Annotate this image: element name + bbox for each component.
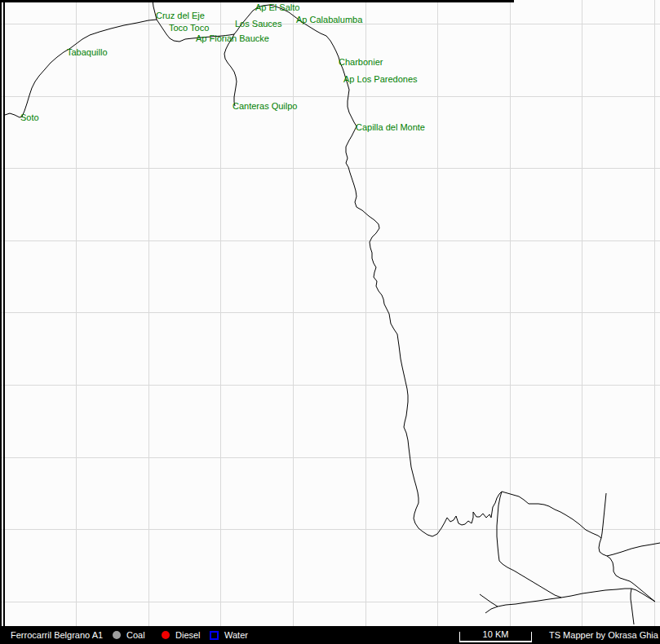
coal-icon bbox=[113, 631, 121, 639]
rail-line-quilpo-branch bbox=[224, 34, 237, 106]
rail-line-east-exit bbox=[607, 543, 660, 556]
station-label: Ap El Salto bbox=[255, 2, 299, 12]
rail-line-south-tail bbox=[631, 589, 634, 624]
legend-diesel: Diesel bbox=[162, 626, 201, 644]
station-label: Los Sauces bbox=[235, 19, 282, 29]
railway-map-svg: Cruz del EjeAp El SaltoToco TocoLos Sauc… bbox=[0, 0, 660, 626]
legend-coal: Coal bbox=[113, 626, 145, 644]
rail-line-loop-se-diagonal bbox=[502, 492, 601, 538]
rail-line-long-horizontal bbox=[485, 589, 631, 613]
rail-line-hook-to-junction bbox=[599, 538, 655, 602]
station-label: Charbonier bbox=[339, 57, 383, 67]
station-label: Tabaquillo bbox=[67, 47, 108, 57]
map-border-left-inner bbox=[3, 0, 5, 626]
legend-coal-label: Coal bbox=[126, 626, 145, 644]
map-border-top bbox=[0, 0, 514, 2]
station-label: Ap Calabalumba bbox=[296, 15, 363, 24]
scale-bar: 10 KM bbox=[459, 632, 532, 642]
station-label: Ap Los Paredones bbox=[343, 74, 418, 84]
station-label: Capilla del Monte bbox=[356, 122, 425, 132]
rail-line-north-line bbox=[601, 493, 606, 538]
water-icon bbox=[210, 631, 219, 640]
diesel-icon bbox=[162, 631, 170, 639]
ts-mapper-window: Cruz del EjeAp El SaltoToco TocoLos Sauc… bbox=[0, 0, 660, 644]
legend-water: Water bbox=[210, 626, 248, 644]
rail-line-main-east bbox=[234, 5, 432, 536]
station-label: Canteras Quilpo bbox=[233, 101, 298, 111]
route-name: Ferrocarril Belgrano A1 bbox=[11, 626, 103, 644]
station-label: Ap Florian Baucke bbox=[196, 33, 269, 43]
rail-line-west-main bbox=[5, 20, 157, 117]
rail-line-v-return bbox=[631, 589, 655, 602]
map-canvas[interactable]: Cruz del EjeAp El SaltoToco TocoLos Sauc… bbox=[0, 0, 660, 626]
legend-water-label: Water bbox=[224, 626, 248, 644]
station-label: Toco Toco bbox=[169, 23, 209, 33]
credit-text: TS Mapper by Okrasa Ghia bbox=[549, 626, 658, 644]
station-label: Cruz del Eje bbox=[156, 11, 205, 20]
rail-line-spur bbox=[480, 594, 498, 607]
map-border-left-outer bbox=[0, 0, 2, 626]
station-label: Soto bbox=[20, 112, 39, 122]
status-bar: Ferrocarril Belgrano A1 CoalDieselWater … bbox=[0, 626, 660, 644]
legend-diesel-label: Diesel bbox=[175, 626, 201, 644]
scale-label: 10 KM bbox=[460, 629, 531, 639]
